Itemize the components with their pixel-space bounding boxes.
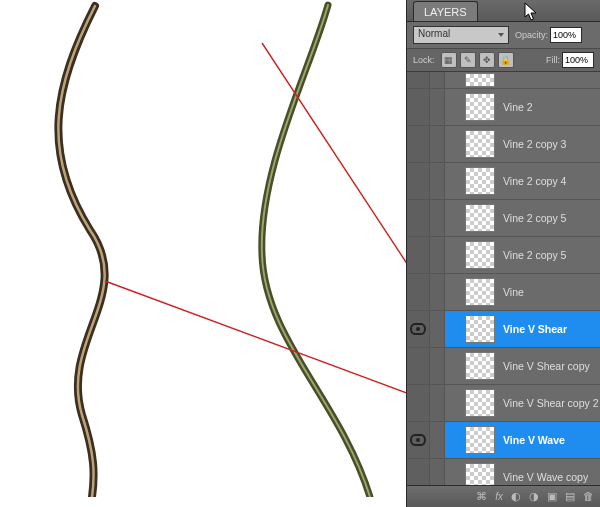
layer-name[interactable]: Vine V Shear <box>503 323 567 335</box>
link-column[interactable] <box>430 200 445 236</box>
layer-row[interactable]: Vine <box>407 274 600 311</box>
layer-thumbnail[interactable] <box>465 278 495 306</box>
vine-stroke-right <box>262 5 370 497</box>
layer-row[interactable]: Vine 2 copy 4 <box>407 163 600 200</box>
link-icon[interactable]: ⌘ <box>476 491 487 502</box>
lock-label: Lock: <box>413 55 435 65</box>
trash-icon[interactable]: 🗑 <box>583 491 594 502</box>
lock-fill-row: Lock: ▦ ✎ ✥ 🔒 Fill: <box>407 49 600 72</box>
lock-pixels-icon[interactable]: ✎ <box>460 52 476 68</box>
layer-row[interactable]: Vine 2 copy 3 <box>407 126 600 163</box>
layer-row[interactable]: Vine 2 copy 5 <box>407 200 600 237</box>
lock-transparency-icon[interactable]: ▦ <box>441 52 457 68</box>
layer-thumbnail[interactable] <box>465 426 495 454</box>
fill-label: Fill: <box>546 55 560 65</box>
layer-name[interactable]: Vine 2 <box>503 101 533 113</box>
fill-input[interactable] <box>562 52 594 68</box>
annotation-arrow <box>105 281 406 399</box>
layers-tab[interactable]: LAYERS <box>413 1 478 21</box>
visibility-toggle[interactable] <box>407 89 430 125</box>
layer-name[interactable]: Vine V Wave copy <box>503 471 588 483</box>
link-column[interactable] <box>430 348 445 384</box>
layer-name[interactable]: Vine V Shear copy <box>503 360 590 372</box>
new-layer-icon[interactable]: ▤ <box>565 491 575 502</box>
layer-row[interactable]: Vine V Wave <box>407 422 600 459</box>
layer-thumbnail[interactable] <box>465 389 495 417</box>
layer-thumbnail[interactable] <box>465 315 495 343</box>
visibility-toggle[interactable] <box>407 385 430 421</box>
layer-row[interactable]: Vine 2 <box>407 89 600 126</box>
layer-name[interactable]: Vine V Wave <box>503 434 565 446</box>
layer-name[interactable]: Vine 2 copy 4 <box>503 175 566 187</box>
visibility-toggle[interactable] <box>407 126 430 162</box>
opacity-input[interactable] <box>550 27 582 43</box>
visibility-toggle[interactable] <box>407 311 430 347</box>
layer-name[interactable]: Vine <box>503 286 524 298</box>
layer-thumbnail[interactable] <box>465 167 495 195</box>
layers-panel: LAYERS Normal Opacity: Lock: ▦ ✎ ✥ 🔒 Fil… <box>406 0 600 507</box>
layer-thumbnail[interactable] <box>465 93 495 121</box>
link-column[interactable] <box>430 163 445 199</box>
link-column[interactable] <box>430 237 445 273</box>
layer-thumbnail[interactable] <box>465 204 495 232</box>
panel-tabbar: LAYERS <box>407 0 600 22</box>
lock-all-icon[interactable]: 🔒 <box>498 52 514 68</box>
layer-thumbnail[interactable] <box>465 352 495 380</box>
visibility-toggle[interactable] <box>407 200 430 236</box>
visibility-toggle[interactable] <box>407 163 430 199</box>
blend-mode-select[interactable]: Normal <box>413 26 509 44</box>
layer-name[interactable]: Vine 2 copy 5 <box>503 212 566 224</box>
link-column[interactable] <box>430 274 445 310</box>
layer-list[interactable]: Vine 2Vine 2 copy 3Vine 2 copy 4Vine 2 c… <box>407 72 600 502</box>
adjustment-icon[interactable]: ◑ <box>529 491 539 502</box>
layer-name[interactable]: Vine V Shear copy 2 <box>503 397 599 409</box>
layer-row[interactable]: Vine V Shear copy <box>407 348 600 385</box>
visibility-toggle[interactable] <box>407 348 430 384</box>
annotation-arrow <box>262 43 406 288</box>
layer-name[interactable]: Vine 2 copy 5 <box>503 249 566 261</box>
link-column[interactable] <box>430 89 445 125</box>
layer-name[interactable]: Vine 2 copy 3 <box>503 138 566 150</box>
visibility-toggle[interactable] <box>407 237 430 273</box>
group-icon[interactable]: ▣ <box>547 491 557 502</box>
layer-row[interactable]: Vine 2 copy 5 <box>407 237 600 274</box>
link-column[interactable] <box>430 126 445 162</box>
fx-icon[interactable]: fx <box>495 492 503 502</box>
layer-row[interactable]: Vine V Shear <box>407 311 600 348</box>
link-column[interactable] <box>430 385 445 421</box>
lock-position-icon[interactable]: ✥ <box>479 52 495 68</box>
layer-row[interactable]: Vine V Shear copy 2 <box>407 385 600 422</box>
visibility-toggle[interactable] <box>407 422 430 458</box>
link-column[interactable] <box>430 311 445 347</box>
layer-thumbnail[interactable] <box>465 241 495 269</box>
mask-icon[interactable]: ◐ <box>511 491 521 502</box>
blend-opacity-row: Normal Opacity: <box>407 22 600 49</box>
layer-thumbnail[interactable] <box>465 130 495 158</box>
visibility-toggle[interactable] <box>407 274 430 310</box>
opacity-label: Opacity: <box>515 30 548 40</box>
document-canvas[interactable] <box>0 0 406 497</box>
panel-footer: ⌘ fx ◐ ◑ ▣ ▤ 🗑 <box>407 485 600 507</box>
vine-highlight-right <box>262 5 370 497</box>
link-column[interactable] <box>430 422 445 458</box>
